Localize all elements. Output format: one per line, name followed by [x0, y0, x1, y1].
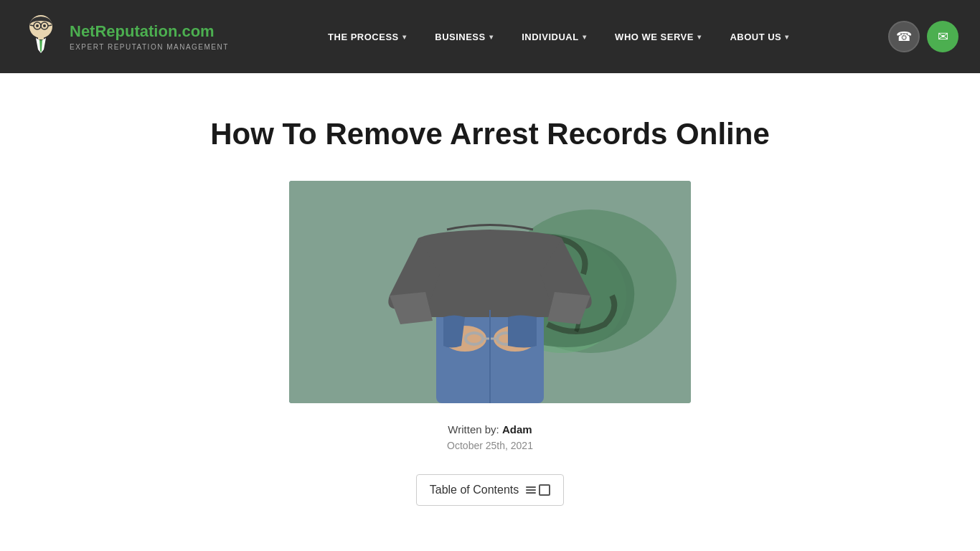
nav-menu: THE PROCESS ▾ BUSINESS ▾ INDIVIDUAL ▾ WH…	[316, 23, 801, 51]
main-content: How To Remove Arrest Records Online	[0, 73, 980, 534]
toc-label: Table of Contents	[430, 484, 519, 496]
logo-text: NetReputation.com EXPERT REPUTATION MANA…	[70, 22, 229, 50]
box-icon	[539, 484, 550, 496]
author-name: Adam	[502, 423, 532, 435]
logo-domain: .com	[177, 22, 214, 40]
written-by-prefix: Written by:	[448, 423, 502, 435]
chevron-down-icon: ▾	[785, 33, 789, 41]
written-by: Written by: Adam	[447, 423, 533, 435]
article-meta: Written by: Adam October 25th, 2021	[447, 423, 533, 451]
phone-icon: ☎	[896, 29, 912, 44]
logo-brand-text: NetReputation	[70, 22, 177, 40]
list-icon	[526, 486, 536, 494]
phone-button[interactable]: ☎	[888, 21, 920, 52]
nav-item-business[interactable]: BUSINESS ▾	[423, 23, 504, 51]
svg-point-7	[43, 24, 46, 27]
nav-label-business: BUSINESS	[435, 32, 485, 42]
email-icon: ✉	[938, 29, 948, 44]
nav-label-individual: INDIVIDUAL	[522, 32, 578, 42]
logo-brand: NetReputation.com	[70, 22, 229, 41]
table-of-contents[interactable]: Table of Contents	[416, 474, 565, 506]
chevron-down-icon: ▾	[489, 33, 494, 41]
svg-point-6	[36, 24, 39, 27]
article-hero-image	[289, 181, 691, 403]
svg-line-4	[30, 25, 34, 26]
toc-icons	[526, 484, 550, 496]
svg-rect-8	[38, 35, 44, 39]
logo-area: NetReputation.com EXPERT REPUTATION MANA…	[22, 14, 229, 60]
nav-item-process[interactable]: THE PROCESS ▾	[316, 23, 418, 51]
article-title: How To Remove Arrest Records Online	[210, 116, 770, 152]
chevron-down-icon: ▾	[402, 33, 407, 41]
navbar: NetReputation.com EXPERT REPUTATION MANA…	[0, 0, 980, 73]
nav-label-who-we-serve: WHO WE SERVE	[615, 32, 694, 42]
nav-actions: ☎ ✉	[888, 21, 958, 52]
nav-item-who-we-serve[interactable]: WHO WE SERVE ▾	[603, 23, 712, 51]
email-button[interactable]: ✉	[927, 21, 958, 52]
nav-item-individual[interactable]: INDIVIDUAL ▾	[510, 23, 598, 51]
nav-label-about-us: ABOUT US	[730, 32, 781, 42]
svg-line-5	[48, 25, 52, 26]
nav-item-about-us[interactable]: ABOUT US ▾	[718, 23, 800, 51]
chevron-down-icon: ▾	[697, 33, 702, 41]
nav-label-process: THE PROCESS	[328, 32, 399, 42]
logo-tagline: EXPERT REPUTATION MANAGEMENT	[70, 43, 229, 51]
chevron-down-icon: ▾	[583, 33, 587, 41]
article-date: October 25th, 2021	[447, 440, 533, 451]
logo-icon	[22, 14, 61, 60]
